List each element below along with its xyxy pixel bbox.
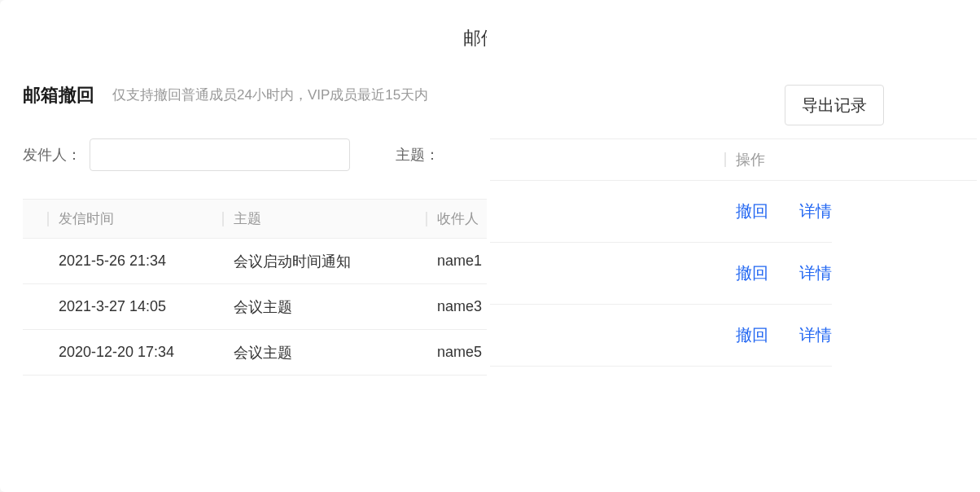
actions-row: 撤回 详情 xyxy=(490,243,832,305)
recall-button[interactable]: 撤回 xyxy=(736,324,768,346)
recall-button[interactable]: 撤回 xyxy=(736,262,768,284)
export-button[interactable]: 导出记录 xyxy=(785,85,884,125)
cell-time: 2021-5-26 21:34 xyxy=(47,253,222,270)
hint-text: 仅支持撤回普通成员24小时内，VIP成员最近15天内 xyxy=(112,86,428,104)
cell-subject: 会议主题 xyxy=(222,343,426,362)
cell-time: 2020-12-20 17:34 xyxy=(47,344,222,361)
col-actions-header: 操作 xyxy=(724,150,765,169)
detail-button[interactable]: 详情 xyxy=(799,324,832,346)
cell-subject: 会议主题 xyxy=(222,297,426,317)
detail-button[interactable]: 详情 xyxy=(799,200,832,222)
panel-top: 导出记录 xyxy=(487,0,980,138)
actions-rows: 撤回 详情 撤回 详情 撤回 详情 xyxy=(490,181,977,367)
actions-row: 撤回 详情 xyxy=(490,181,832,243)
section-title: 邮箱撤回 xyxy=(23,83,94,108)
actions-row: 撤回 详情 xyxy=(490,305,832,367)
sender-label: 发件人： xyxy=(23,145,81,165)
col-subject-header: 主题 xyxy=(222,209,426,228)
recall-button[interactable]: 撤回 xyxy=(736,200,768,222)
actions-header: 操作 xyxy=(490,138,977,181)
actions-panel: 导出记录 操作 撤回 详情 撤回 详情 撤回 详情 xyxy=(487,0,980,492)
cell-time: 2021-3-27 14:05 xyxy=(47,298,222,315)
detail-button[interactable]: 详情 xyxy=(799,262,832,284)
subject-label: 主题： xyxy=(396,145,440,165)
sender-input[interactable] xyxy=(90,138,350,171)
col-time-header: 发信时间 xyxy=(47,209,222,228)
cell-subject: 会议启动时间通知 xyxy=(222,252,426,271)
